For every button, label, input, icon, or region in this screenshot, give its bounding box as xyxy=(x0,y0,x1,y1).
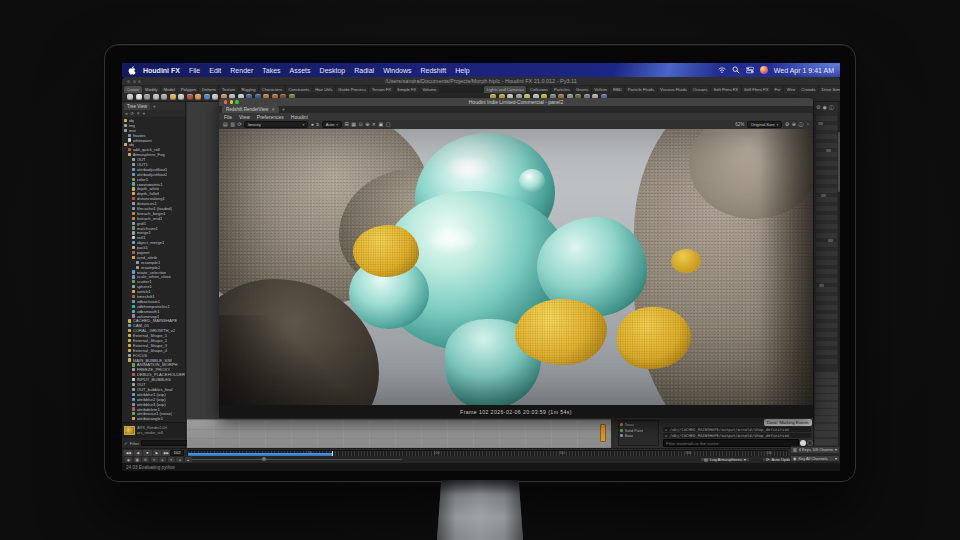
shelf-tool-icon[interactable] xyxy=(170,94,176,100)
menu-clock[interactable]: Wed Apr 1 9:41 AM xyxy=(774,67,834,74)
render-snapshot-row[interactable]: ARS_Render2.0rf ars_render_still xyxy=(122,422,185,438)
tab-render-view[interactable]: Redshift RenderView✕ xyxy=(222,106,279,113)
playback-option-button[interactable]: ⊞ xyxy=(142,457,149,462)
tree-toolbar-icon[interactable]: ▾ xyxy=(143,111,145,116)
shelf-tool-icon[interactable] xyxy=(195,94,201,100)
shelf-tool-icon[interactable] xyxy=(161,94,167,100)
render-window-titlebar[interactable]: Houdini Indie Limited-Commercial - panel… xyxy=(219,98,813,106)
render-toolbar-icon[interactable]: ● xyxy=(311,120,314,129)
shelf-tab[interactable]: Viscous Fluids xyxy=(658,86,690,94)
shelf-tab[interactable]: Grains xyxy=(573,86,590,94)
channel-add-rows[interactable] xyxy=(815,372,838,446)
menu-item[interactable]: Redshift xyxy=(421,67,447,74)
render-toolbar-icon[interactable]: ⊕ xyxy=(365,120,369,129)
shelf-tool-icon[interactable] xyxy=(153,94,159,100)
shelf-tab[interactable]: Volume xyxy=(420,86,439,94)
render-toolbar-icon[interactable]: ▥ xyxy=(230,120,235,129)
render-toolbar-icon[interactable]: ≡ xyxy=(316,120,319,129)
shelf-tool-icon[interactable] xyxy=(144,94,150,100)
playback-option-button[interactable]: ▸ xyxy=(159,457,166,462)
filter-checkbox[interactable]: ✓ xyxy=(124,441,128,446)
log-dropdown[interactable]: ▧ Log Atmospheres ▾ xyxy=(700,457,750,463)
shelf-tab[interactable]: Create xyxy=(124,86,142,94)
menu-item[interactable]: Assets xyxy=(290,67,311,74)
render-menu-item[interactable]: Preferences xyxy=(257,114,284,120)
menu-item[interactable]: Render xyxy=(230,67,253,74)
range-slider-track[interactable] xyxy=(192,459,402,460)
playback-option-button[interactable]: ◉ xyxy=(125,457,132,462)
siri-icon[interactable] xyxy=(760,66,768,74)
render-toolbar-icon[interactable]: ▣ xyxy=(379,120,384,129)
menu-item[interactable]: Windows xyxy=(383,67,411,74)
shelf-tab[interactable]: Terrain FX xyxy=(369,86,393,94)
shelf-tool-icon[interactable] xyxy=(127,94,133,100)
tab-tree-view[interactable]: Tree View xyxy=(124,103,150,110)
playback-option-button[interactable]: ▴ xyxy=(185,457,192,462)
shelf-tool-icon[interactable] xyxy=(212,94,218,100)
render-menu-item[interactable]: Houdini xyxy=(291,114,308,120)
houdini-window-titlebar[interactable]: /Users/sandra/Documents/Projects/Morph.h… xyxy=(122,77,840,85)
shelf-tab[interactable]: Fur xyxy=(772,86,783,94)
shelf-tab[interactable]: Crowds xyxy=(799,86,818,94)
shelf-tab[interactable]: Characters xyxy=(259,86,284,94)
shelf-tab[interactable]: Collisions xyxy=(527,86,550,94)
param-knob[interactable] xyxy=(818,122,823,125)
snapshot-thumbnail[interactable] xyxy=(124,426,135,435)
param-info-icon[interactable]: ⓘ xyxy=(829,104,834,110)
menu-app-name[interactable]: Houdini FX xyxy=(143,67,180,74)
shelf-tab[interactable]: Particle Fluids xyxy=(625,86,656,94)
tree-node-row[interactable]: attribwrangle1 xyxy=(122,416,185,421)
playback-option-button[interactable]: ▾ xyxy=(168,457,175,462)
shelf-tool-icon[interactable] xyxy=(136,94,142,100)
key-all-channels-button[interactable]: ◉ Key All Channels ▾ xyxy=(790,455,840,463)
zoom-level[interactable]: 62% xyxy=(735,122,744,127)
keys-summary-dropdown[interactable]: ▥ 4 Keys, 5/6 Channels ▾ xyxy=(790,446,840,454)
param-knob[interactable] xyxy=(821,194,826,197)
render-toolbar-icon[interactable]: ⊞ xyxy=(345,120,349,129)
menu-item[interactable]: Help xyxy=(455,67,469,74)
shelf-tab[interactable]: Texture xyxy=(219,86,238,94)
param-knob[interactable] xyxy=(819,284,824,287)
canvas-marker[interactable] xyxy=(600,424,606,442)
tree-toolbar-icon[interactable]: ◂ xyxy=(125,111,127,116)
render-toolbar-icon[interactable]: ✕ xyxy=(372,120,376,129)
shelf-tab[interactable]: Vellum xyxy=(592,86,610,94)
range-slider-knob[interactable] xyxy=(262,457,266,461)
apple-menu-icon[interactable] xyxy=(128,66,136,75)
shelf-tab[interactable]: Drive Simulation xyxy=(819,86,840,94)
shelf-tab[interactable]: Guide Process xyxy=(336,86,368,94)
image-size-select[interactable]: Original Size▾ xyxy=(747,121,783,128)
shelf-tab[interactable]: Simple FX xyxy=(395,86,419,94)
render-menu-item[interactable]: File xyxy=(224,114,232,120)
shelf-tab[interactable]: Modify xyxy=(143,86,160,94)
control-center-icon[interactable] xyxy=(746,66,754,74)
shelf-tab[interactable]: Wire xyxy=(784,86,798,94)
shelf-tab[interactable]: Lights and Cameras xyxy=(484,86,526,94)
shelf-tab[interactable]: Particles xyxy=(551,86,572,94)
shelf-tool-icon[interactable] xyxy=(204,94,210,100)
playback-option-button[interactable]: ◂ xyxy=(176,457,183,462)
add-tab-button[interactable]: + xyxy=(153,104,156,109)
playback-option-button[interactable]: ≡ xyxy=(151,457,158,462)
playhead[interactable] xyxy=(332,451,334,456)
render-toolbar-icon[interactable]: ▦ xyxy=(351,120,356,129)
render-toolbar-icon[interactable]: ▤ xyxy=(223,120,228,129)
network-canvas-strip[interactable] xyxy=(187,419,611,448)
render-toolbar-icon[interactable]: ◔ xyxy=(806,120,809,129)
menu-item[interactable]: Edit xyxy=(209,67,221,74)
shelf-tab[interactable]: Polygon xyxy=(178,86,198,94)
tree-toolbar-icon[interactable]: ⟳ xyxy=(130,111,134,116)
param-knob[interactable] xyxy=(828,239,833,242)
add-tab-button[interactable]: + xyxy=(282,106,285,113)
playback-option-button[interactable]: ▦ xyxy=(134,457,141,462)
render-menu-item[interactable]: View xyxy=(239,114,250,120)
render-toolbar-icon[interactable]: ⓘ xyxy=(798,120,803,129)
shelf-tool-icon[interactable] xyxy=(178,94,184,100)
param-knob[interactable] xyxy=(826,149,831,152)
wifi-icon[interactable] xyxy=(718,66,726,74)
render-toolbar-icon[interactable]: ⊙ xyxy=(358,120,362,129)
filter-toggle-dark-icon[interactable] xyxy=(807,440,813,446)
render-toolbar-icon[interactable]: ⊕ xyxy=(792,120,796,129)
param-gear-icon[interactable]: ⚙ xyxy=(816,104,820,110)
shelf-tab[interactable]: Soft Flora FX xyxy=(711,86,741,94)
